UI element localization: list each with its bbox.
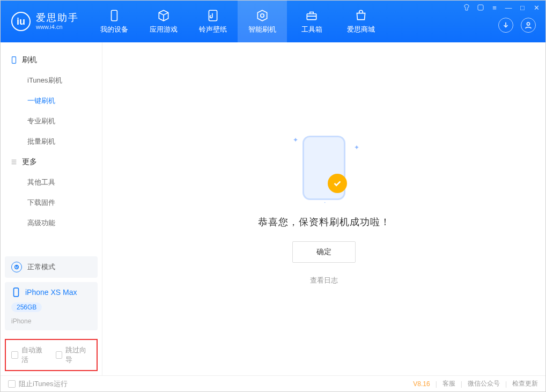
maximize-button[interactable]: □ (519, 4, 526, 11)
device-icon (107, 9, 121, 23)
svg-point-5 (527, 23, 529, 25)
device-name: iPhone XS Max (25, 288, 77, 297)
logo-icon: iu (11, 12, 31, 31)
svg-rect-7 (14, 288, 19, 297)
tab-label: 我的设备 (100, 25, 128, 34)
check-badge-icon (328, 174, 347, 193)
toolbox-icon (305, 9, 319, 23)
sidebar-item-other-tools[interactable]: 其他工具 (1, 172, 102, 193)
sidebar-item-oneclick-flash[interactable]: 一键刷机 (1, 91, 102, 111)
footer-link-update[interactable]: 检查更新 (512, 379, 538, 388)
device-info-box[interactable]: iPhone XS Max 256GB iPhone (5, 282, 98, 330)
tab-label: 应用游戏 (150, 25, 178, 34)
device-mode-box[interactable]: 正常模式 (5, 256, 98, 278)
tab-my-device[interactable]: 我的设备 (90, 1, 139, 42)
sidebar: 刷机 iTunes刷机 一键刷机 专业刷机 批量刷机 更多 其他工具 下载固件 … (1, 42, 102, 375)
svg-rect-0 (112, 10, 117, 21)
sidebar-item-itunes-flash[interactable]: iTunes刷机 (1, 70, 102, 91)
sidebar-group-flash: 刷机 (1, 50, 102, 70)
checkbox-auto-activate[interactable]: 自动激活 (11, 345, 47, 365)
svg-rect-3 (307, 14, 316, 20)
tab-label: 爱思商城 (347, 25, 375, 34)
window-controls: ≡ — □ ✕ (463, 4, 540, 11)
app-title: 爱思助手 (36, 12, 79, 24)
svg-rect-4 (478, 5, 483, 10)
shop-icon (354, 9, 368, 23)
tab-ringtone-wallpaper[interactable]: 铃声壁纸 (188, 1, 238, 42)
sparkle-icon: ✦ (293, 136, 298, 144)
user-button[interactable] (521, 18, 536, 33)
checkbox-row-highlighted: 自动激活 跳过向导 (5, 339, 98, 371)
phone-illustration (302, 136, 345, 200)
view-log-link[interactable]: 查看日志 (310, 276, 338, 285)
tab-label: 铃声壁纸 (199, 25, 227, 34)
header: iu 爱思助手 www.i4.cn 我的设备 应用游戏 铃声壁纸 智能刷机 工具… (1, 1, 545, 42)
app-subtitle: www.i4.cn (36, 24, 79, 31)
main-tabs: 我的设备 应用游戏 铃声壁纸 智能刷机 工具箱 爱思商城 (90, 1, 386, 42)
device-mode-label: 正常模式 (27, 262, 55, 272)
device-capacity: 256GB (11, 302, 42, 312)
svg-point-2 (261, 14, 264, 18)
main-content: ✦ ✦ · 恭喜您，保资料刷机成功啦！ 确定 查看日志 (102, 42, 545, 375)
ok-button[interactable]: 确定 (292, 241, 356, 263)
checkbox-block-itunes[interactable]: 阻止iTunes运行 (8, 379, 68, 389)
mode-icon (11, 262, 22, 272)
close-button[interactable]: ✕ (533, 4, 540, 11)
tab-toolbox[interactable]: 工具箱 (287, 1, 336, 42)
sidebar-group-title: 刷机 (22, 55, 37, 65)
sidebar-item-advanced[interactable]: 高级功能 (1, 213, 102, 233)
feedback-icon[interactable] (477, 4, 484, 11)
footer-link-wechat[interactable]: 微信公众号 (468, 379, 500, 388)
checkbox-label: 阻止iTunes运行 (19, 379, 68, 389)
checkbox-icon (11, 351, 18, 359)
device-small-icon (10, 56, 18, 64)
tab-label: 工具箱 (301, 25, 322, 34)
minimize-button[interactable]: — (505, 4, 512, 11)
phone-icon (11, 287, 21, 297)
version-label: V8.16 (413, 380, 430, 388)
tab-smart-flash[interactable]: 智能刷机 (238, 1, 287, 42)
sidebar-item-pro-flash[interactable]: 专业刷机 (1, 111, 102, 131)
footer-link-support[interactable]: 客服 (442, 379, 455, 388)
success-message: 恭喜您，保资料刷机成功啦！ (258, 216, 390, 228)
checkbox-label: 跳过向导 (65, 345, 91, 365)
sidebar-group-more: 更多 (1, 152, 102, 172)
download-button[interactable] (498, 18, 513, 33)
logo[interactable]: iu 爱思助手 www.i4.cn (1, 1, 90, 42)
menu-icon[interactable]: ≡ (491, 4, 498, 11)
sidebar-item-download-firmware[interactable]: 下载固件 (1, 193, 102, 213)
sidebar-group-title: 更多 (22, 157, 37, 167)
music-icon (206, 9, 220, 23)
svg-rect-6 (12, 57, 16, 63)
tab-apps-games[interactable]: 应用游戏 (139, 1, 188, 42)
list-icon (10, 158, 18, 166)
success-illustration: ✦ ✦ · (292, 133, 356, 203)
device-type: iPhone (11, 317, 31, 325)
skin-icon[interactable] (463, 4, 470, 11)
footer: 阻止iTunes运行 V8.16 | 客服 | 微信公众号 | 检查更新 (1, 375, 545, 391)
checkbox-icon (56, 351, 63, 359)
sparkle-icon: ✦ (354, 144, 359, 151)
checkbox-icon (8, 380, 16, 388)
checkbox-skip-guide[interactable]: 跳过向导 (56, 345, 92, 365)
sidebar-item-batch-flash[interactable]: 批量刷机 (1, 131, 102, 152)
cube-icon (157, 9, 171, 23)
tab-store[interactable]: 爱思商城 (336, 1, 386, 42)
tab-label: 智能刷机 (248, 25, 276, 34)
refresh-icon (255, 9, 269, 23)
checkbox-label: 自动激活 (21, 345, 47, 365)
